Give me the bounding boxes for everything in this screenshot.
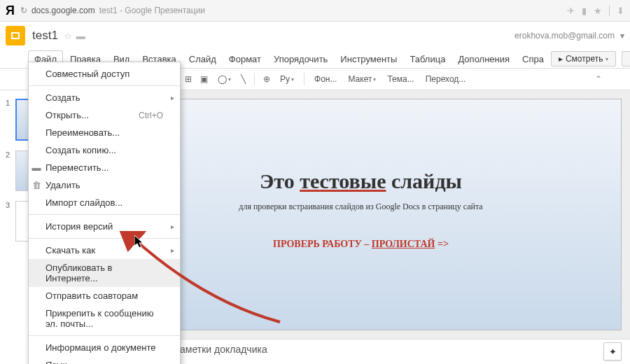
add-box-icon[interactable]: ⊕ <box>260 73 273 85</box>
account-dropdown-icon[interactable]: ▾ <box>620 31 624 41</box>
present-button[interactable]: ▸Смотреть▾ <box>551 51 617 66</box>
dd-publish[interactable]: Опубликовать в Интернете... <box>29 259 180 287</box>
dd-delete[interactable]: 🗑Удалить <box>29 176 180 194</box>
dd-rename[interactable]: Переименовать... <box>29 124 180 141</box>
explore-button[interactable]: ✦ <box>603 342 622 360</box>
slides-app-icon[interactable] <box>6 26 25 46</box>
send-icon[interactable]: ✈ <box>567 6 575 16</box>
play-icon: ▸ <box>559 54 563 64</box>
theme-dropdown[interactable]: Тема... <box>383 73 418 85</box>
menu-help[interactable]: Спра <box>517 51 550 67</box>
slide-subtitle[interactable]: для проверки встраивания слайдов из Goog… <box>239 202 482 212</box>
dd-attach-email[interactable]: Прикрепить к сообщению эл. почты... <box>29 304 180 332</box>
folder-icon: ▬ <box>31 162 41 173</box>
dd-copy[interactable]: Создать копию... <box>29 141 180 159</box>
address-bar[interactable]: ↻ docs.google.com test1 - Google Презент… <box>20 6 205 15</box>
trash-icon: 🗑 <box>31 180 41 190</box>
browser-bar: Я ↻ docs.google.com test1 - Google Презе… <box>0 0 630 22</box>
dd-doc-info[interactable]: Информация о документе <box>29 339 180 356</box>
plus-icon: ✦ <box>609 346 617 357</box>
folder-icon[interactable]: ▬ <box>76 31 85 41</box>
app-header: test1 ☆ ▬ erokhova.mob@gmail.com ▾ <box>0 22 630 50</box>
collapse-toolbar-icon[interactable]: ⌃ <box>595 74 602 84</box>
textbox-icon[interactable]: ⊞ <box>182 73 195 85</box>
bookmark-star-icon[interactable]: ★ <box>594 6 602 16</box>
transition-dropdown[interactable]: Переход... <box>421 73 470 85</box>
chevron-right-icon: ▸ <box>171 361 174 364</box>
menu-tools[interactable]: Инструменты <box>335 51 402 67</box>
browser-actions: ✈ ▮ ★ ⬇ <box>567 5 624 16</box>
menu-slide[interactable]: Слайд <box>183 51 222 67</box>
dd-import[interactable]: Импорт слайдов... <box>29 194 180 211</box>
slide-red-text[interactable]: ПРОВЕРЬ РАБОТУ – ПРОЛИСТАЙ => <box>273 239 449 250</box>
menu-arrange[interactable]: Упорядочить <box>268 51 333 67</box>
file-dropdown-menu: Совместный доступ Создать▸ Открыть...Ctr… <box>28 62 181 364</box>
download-icon[interactable]: ⬇ <box>617 6 624 16</box>
yandex-logo: Я <box>6 4 15 18</box>
star-icon[interactable]: ☆ <box>64 31 72 41</box>
lang-dropdown[interactable]: Ру▾ <box>276 73 298 85</box>
svg-rect-1 <box>13 34 18 38</box>
menu-table[interactable]: Таблица <box>404 51 451 67</box>
chevron-right-icon: ▸ <box>171 94 174 102</box>
dd-download[interactable]: Скачать как▸ <box>29 241 180 259</box>
slide-title[interactable]: Это тестовые слайды <box>260 169 462 193</box>
url-domain: docs.google.com <box>31 6 95 15</box>
line-icon[interactable]: ╲ <box>238 73 248 85</box>
dd-open[interactable]: Открыть...Ctrl+O <box>29 106 180 124</box>
dd-move[interactable]: ▬Переместить... <box>29 159 180 176</box>
shape-dropdown[interactable]: ◯▾ <box>214 73 235 85</box>
dd-send-collab[interactable]: Отправить соавторам <box>29 287 180 304</box>
user-email[interactable]: erokhova.mob@gmail.com <box>514 31 615 41</box>
dd-language[interactable]: Язык▸ <box>29 356 180 364</box>
layout-dropdown[interactable]: Макет▾ <box>344 73 380 85</box>
chevron-right-icon: ▸ <box>171 246 174 254</box>
menu-format[interactable]: Формат <box>223 51 267 67</box>
comments-button[interactable]: Комментарии <box>622 51 630 66</box>
background-dropdown[interactable]: Фон... <box>310 73 341 85</box>
lock-icon[interactable]: ▮ <box>582 6 587 16</box>
reload-icon[interactable]: ↻ <box>20 6 27 15</box>
dd-history[interactable]: История версий▸ <box>29 218 180 235</box>
url-title: test1 - Google Презентации <box>99 6 205 15</box>
chevron-right-icon: ▸ <box>171 223 174 230</box>
document-title[interactable]: test1 <box>32 29 58 43</box>
dd-create[interactable]: Создать▸ <box>29 89 180 106</box>
dd-share[interactable]: Совместный доступ <box>29 65 180 83</box>
menu-addons[interactable]: Дополнения <box>452 51 515 67</box>
image-icon[interactable]: ▣ <box>197 73 211 85</box>
